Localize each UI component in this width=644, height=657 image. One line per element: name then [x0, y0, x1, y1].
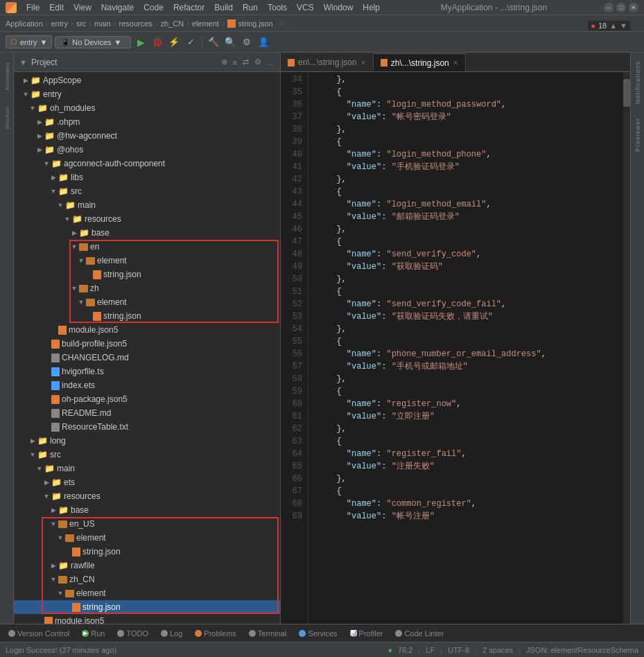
tree-item-base2[interactable]: ▶ 📁 base [14, 503, 280, 517]
tree-item-string-en-us[interactable]: ▶ string.json [14, 545, 280, 559]
tab-zh-string[interactable]: zh\...\string.json ✕ [374, 53, 466, 71]
tree-item-main1[interactable]: ▼ 📁 main [14, 198, 280, 212]
tree-item-long[interactable]: ▶ 📁 long [14, 434, 280, 448]
breadcrumb-application[interactable]: Application [6, 19, 43, 28]
tab-problems[interactable]: ⚠ Problems [189, 627, 241, 640]
status-position[interactable]: 76:2 [398, 646, 412, 654]
tree-item-element-en-us[interactable]: ▼ element [14, 531, 280, 545]
menu-build[interactable]: Build [210, 1, 237, 14]
breadcrumb-resources[interactable]: resources [119, 19, 153, 28]
close-button[interactable]: ✕ [629, 3, 638, 12]
tab-en-string[interactable]: en\...\string.json ✕ [281, 53, 374, 71]
left-strip-icon1[interactable]: Bookmarks [1, 55, 12, 97]
search-button[interactable]: 🔍 [223, 35, 237, 49]
menu-navigate[interactable]: Navigate [97, 1, 138, 14]
breadcrumb-element[interactable]: element [192, 19, 219, 28]
tab-services[interactable]: ◈ Services [293, 627, 342, 640]
status-encoding[interactable]: UTF-8 [448, 646, 469, 654]
minimize-button[interactable]: ─ [604, 3, 613, 12]
tree-item-agconnect[interactable]: ▼ 📁 agconnect-auth-component [14, 157, 280, 170]
tree-item-string-zh[interactable]: ▶ string.json [14, 309, 280, 323]
tab-version-control[interactable]: ⊙ Version Control [3, 627, 75, 640]
tree-item-hvigorfile[interactable]: ▶ hvigorfile.ts [14, 365, 280, 378]
code-content[interactable]: }, { "name": "login_method_password", "v… [322, 72, 623, 624]
tree-item-en[interactable]: ▼ en [14, 240, 280, 254]
panel-settings-icon[interactable]: ⚙ [253, 56, 263, 68]
tree-item-libs[interactable]: ▶ 📁 libs [14, 170, 280, 184]
tab-log[interactable]: ≡ Log [155, 627, 188, 640]
settings-button[interactable]: ⚙ [240, 35, 254, 49]
tree-item-oh-package[interactable]: ▶ oh-package.json5 [14, 392, 280, 406]
tree-item-src2[interactable]: ▼ 📁 src [14, 448, 280, 462]
debug-button[interactable]: 🐞 [150, 35, 164, 49]
menu-view[interactable]: View [69, 1, 96, 14]
tree-item-element-en[interactable]: ▼ element [14, 254, 280, 268]
status-line-ending[interactable]: LF [426, 646, 435, 654]
tab-close-en[interactable]: ✕ [360, 59, 366, 67]
panel-icon3[interactable]: ⇄ [241, 56, 250, 68]
scroll-thumb[interactable] [623, 79, 630, 107]
breadcrumb-src[interactable]: src [76, 19, 87, 28]
breadcrumb-zh-cn[interactable]: zh_CN [160, 19, 184, 28]
tree-item-zh-cn[interactable]: ▼ zh_CN [14, 572, 280, 586]
menu-window[interactable]: Window [320, 1, 358, 14]
tree-item-module-json1[interactable]: ▶ module.json5 [14, 323, 280, 337]
breadcrumb-file[interactable]: string.json [238, 19, 273, 28]
tree-item-hw-agconnect[interactable]: ▶ 📁 @hw-agconnect [14, 129, 280, 143]
left-strip-icon2[interactable]: Structure [1, 101, 12, 136]
tree-item-index-ets[interactable]: ▶ index.ets [14, 378, 280, 392]
tree-item-changelog[interactable]: ▶ CHANGELOG.md [14, 351, 280, 365]
menu-vcs[interactable]: VCS [293, 1, 318, 14]
tab-run[interactable]: ▶ Run [76, 627, 110, 640]
account-button[interactable]: 👤 [256, 35, 270, 49]
tree-item-resourcetable[interactable]: ▶ ResourceTable.txt [14, 420, 280, 434]
tree-item-appscope[interactable]: ▶ 📁 AppScope [14, 73, 280, 87]
build-button[interactable]: 🔨 [207, 35, 220, 49]
tree-item-rawfile[interactable]: ▶ 📁 rawfile [14, 559, 280, 572]
tab-code-linter[interactable]: ✓ Code Linter [390, 627, 449, 640]
menu-refactor[interactable]: Refactor [169, 1, 209, 14]
breadcrumb-main[interactable]: main [94, 19, 111, 28]
panel-close-icon[interactable]: … [266, 57, 276, 68]
menu-edit[interactable]: Edit [45, 1, 68, 14]
maximize-button[interactable]: □ [616, 3, 626, 12]
test-button[interactable]: ✓ [184, 35, 198, 49]
menu-code[interactable]: Code [139, 1, 168, 14]
previewer-label[interactable]: Previewer [634, 118, 641, 152]
panel-dropdown-icon[interactable]: ▼ [18, 57, 28, 68]
tree-item-main2[interactable]: ▼ 📁 main [14, 462, 280, 475]
tree-item-base1[interactable]: ▶ 📁 base [14, 226, 280, 240]
tree-item-en-us[interactable]: ▼ en_US [14, 517, 280, 531]
status-indent[interactable]: 2 spaces [482, 646, 513, 654]
tree-item-src1[interactable]: ▼ 📁 src [14, 184, 280, 198]
tree-item-resources1[interactable]: ▼ 📁 resources [14, 212, 280, 226]
menu-file[interactable]: File [22, 1, 44, 14]
tree-item-build-profile[interactable]: ▶ build-profile.json5 [14, 337, 280, 351]
breadcrumb-entry[interactable]: entry [51, 19, 68, 28]
tab-todo[interactable]: ☰ TODO [112, 627, 154, 640]
device-dropdown[interactable]: 📱 No Devices ▼ [55, 36, 131, 49]
tree-item-ohpm[interactable]: ▶ 📁 .ohpm [14, 115, 280, 129]
run-button[interactable]: ▶ [134, 35, 148, 49]
tree-item-string-en[interactable]: ▶ string.json [14, 268, 280, 281]
tree-view[interactable]: ▶ 📁 AppScope ▼ 📁 entry ▼ 📁 oh_modules [14, 72, 280, 624]
tree-item-resources2[interactable]: ▼ 📁 resources [14, 489, 280, 503]
notifications-label[interactable]: Notifications [634, 61, 641, 104]
tree-item-ohos[interactable]: ▶ 📁 @ohos [14, 143, 280, 157]
menu-tools[interactable]: Tools [263, 1, 291, 14]
tree-item-element-zh[interactable]: ▼ element [14, 295, 280, 309]
panel-icon1[interactable]: ⊕ [220, 56, 229, 68]
tree-item-string-zh-cn[interactable]: ▶ string.json [14, 600, 280, 614]
profile-button[interactable]: ⚡ [167, 35, 181, 49]
menu-run[interactable]: Run [238, 1, 262, 14]
editor-scrollbar[interactable] [623, 72, 630, 624]
entry-dropdown[interactable]: ⬡ entry ▼ [6, 35, 52, 49]
tree-item-entry[interactable]: ▼ 📁 entry [14, 87, 280, 101]
tree-item-element-zh-cn[interactable]: ▼ element [14, 586, 280, 600]
tree-item-zh[interactable]: ▼ zh [14, 281, 280, 295]
tab-terminal[interactable]: $ Terminal [243, 627, 293, 640]
tree-item-ets[interactable]: ▶ 📁 ets [14, 475, 280, 489]
tree-item-module-json2[interactable]: ▶ module.json5 [14, 614, 280, 624]
panel-icon2[interactable]: ≡ [232, 57, 238, 68]
tab-profiler[interactable]: 📊 Profiler [345, 627, 389, 640]
